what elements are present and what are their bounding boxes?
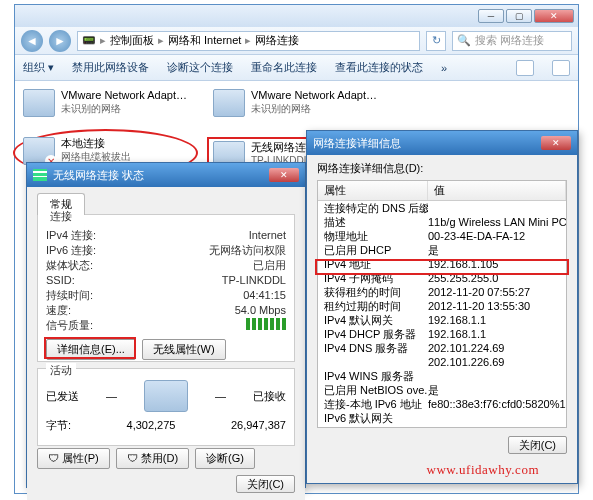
forward-button[interactable]: ►: [49, 30, 71, 52]
refresh-button[interactable]: ↻: [426, 31, 446, 51]
bc-part[interactable]: 网络和 Internet: [168, 33, 241, 48]
close-button[interactable]: 关闭(C): [508, 436, 567, 454]
activity-icon: [144, 380, 188, 412]
adapter-vmnet1[interactable]: VMware Network Adapter VMnet1 未识别的网络: [23, 89, 193, 117]
list-row[interactable]: IPv6 默认网关: [318, 411, 566, 425]
dialog-title: 无线网络连接 状态: [53, 168, 144, 183]
list-row[interactable]: 获得租约的时间2012-11-20 07:55:27: [318, 285, 566, 299]
dash: —: [106, 390, 117, 402]
breadcrumb[interactable]: 📟 ▸ 控制面板 ▸ 网络和 Internet ▸ 网络连接: [77, 31, 420, 51]
dialog-close-button[interactable]: ✕: [541, 136, 571, 150]
minimize-button[interactable]: ─: [478, 9, 504, 23]
col-property[interactable]: 属性: [318, 181, 428, 200]
close-button[interactable]: ✕: [534, 9, 574, 23]
dash: —: [215, 390, 226, 402]
adapter-icon: [23, 89, 55, 117]
adapter-sub: 未识别的网络: [61, 102, 191, 115]
recv-label: 已接收: [253, 389, 286, 404]
list-row[interactable]: 连接-本地 IPv6 地址fe80::38e3:f76:cfd0:5820%13: [318, 397, 566, 411]
adapter-icon: [23, 137, 55, 165]
list-row[interactable]: IPv4 DNS 服务器202.101.224.69: [318, 341, 566, 355]
diagnose-button[interactable]: 诊断(G): [195, 448, 255, 469]
detail-dialog: 网络连接详细信息 ✕ 网络连接详细信息(D): 属性 值 连接特定的 DNS 后…: [306, 130, 578, 484]
adapter-title: 本地连接: [61, 137, 191, 150]
list-row[interactable]: 202.101.226.69: [318, 355, 566, 369]
list-row[interactable]: IPv4 子网掩码255.255.255.0: [318, 271, 566, 285]
close-button[interactable]: 关闭(C): [236, 475, 295, 493]
sent-label: 已发送: [46, 389, 79, 404]
adapter-sub: 未识别的网络: [251, 102, 381, 115]
bc-part[interactable]: 控制面板: [110, 33, 154, 48]
dialog-titlebar[interactable]: 无线网络连接 状态 ✕: [27, 163, 305, 187]
conn-group-label: 连接: [46, 209, 76, 224]
detail-header: 网络连接详细信息(D):: [317, 161, 567, 176]
properties-button[interactable]: 🛡 属性(P): [37, 448, 110, 469]
bytes-label: 字节:: [46, 418, 71, 433]
toolbar: 组织 ▾ 禁用此网络设备 诊断这个连接 重命名此连接 查看此连接的状态 »: [15, 55, 578, 81]
tb-more[interactable]: »: [441, 62, 447, 74]
adapter-vmnet8[interactable]: VMware Network Adapter VMnet8 未识别的网络: [213, 89, 383, 117]
list-row[interactable]: 描述11b/g Wireless LAN Mini PCI Ex: [318, 215, 566, 229]
dialog-title: 网络连接详细信息: [313, 136, 401, 151]
dialog-close-button[interactable]: ✕: [269, 168, 299, 182]
detail-listview[interactable]: 属性 值 连接特定的 DNS 后缀描述11b/g Wireless LAN Mi…: [317, 180, 567, 428]
wifi-bars-icon: [33, 169, 47, 181]
back-button[interactable]: ◄: [21, 30, 43, 52]
dialog-titlebar[interactable]: 网络连接详细信息 ✕: [307, 131, 577, 155]
activity-group-label: 活动: [46, 363, 76, 378]
tb-rename[interactable]: 重命名此连接: [251, 60, 317, 75]
watermark: www.ufidawhy.com: [427, 462, 539, 478]
tb-organize[interactable]: 组织 ▾: [23, 60, 54, 75]
list-row[interactable]: 连接特定的 DNS 后缀: [318, 201, 566, 215]
search-icon: 🔍: [457, 34, 471, 47]
conn-rows: IPv4 连接:Internet IPv6 连接:无网络访问权限 媒体状态:已启…: [46, 228, 286, 333]
list-row[interactable]: 已启用 NetBIOS ove...是: [318, 383, 566, 397]
status-dialog: 无线网络连接 状态 ✕ 常规 连接 IPv4 连接:Internet IPv6 …: [26, 162, 306, 488]
signal-bars-icon: [246, 318, 286, 330]
list-row[interactable]: IPv4 DHCP 服务器192.168.1.1: [318, 327, 566, 341]
list-row[interactable]: 租约过期的时间2012-11-20 13:55:30: [318, 299, 566, 313]
list-row[interactable]: 物理地址00-23-4E-DA-FA-12: [318, 229, 566, 243]
disable-button[interactable]: 🛡 禁用(D): [116, 448, 189, 469]
wireless-props-button[interactable]: 无线属性(W): [142, 339, 226, 360]
adapter-title: VMware Network Adapter VMnet8: [251, 89, 381, 102]
search-input[interactable]: 🔍 搜索 网络连接: [452, 31, 572, 51]
tb-status[interactable]: 查看此连接的状态: [335, 60, 423, 75]
view-icon[interactable]: [516, 60, 534, 76]
window-titlebar: ─ ▢ ✕: [15, 5, 578, 27]
bytes-recv: 26,947,387: [231, 418, 286, 433]
tb-disable[interactable]: 禁用此网络设备: [72, 60, 149, 75]
help-icon[interactable]: [552, 60, 570, 76]
nav-bar: ◄ ► 📟 ▸ 控制面板 ▸ 网络和 Internet ▸ 网络连接 ↻ 🔍 搜…: [15, 27, 578, 55]
list-row[interactable]: IPv4 WINS 服务器: [318, 369, 566, 383]
col-value[interactable]: 值: [428, 181, 566, 200]
list-row[interactable]: IPv4 地址192.168.1.105: [318, 257, 566, 271]
tb-diagnose[interactable]: 诊断这个连接: [167, 60, 233, 75]
bc-part[interactable]: 网络连接: [255, 33, 299, 48]
search-placeholder: 搜索 网络连接: [475, 33, 544, 48]
bytes-sent: 4,302,275: [127, 418, 176, 433]
list-row[interactable]: 已启用 DHCP是: [318, 243, 566, 257]
maximize-button[interactable]: ▢: [506, 9, 532, 23]
adapter-icon: [213, 89, 245, 117]
folder-icon: 📟: [82, 34, 96, 47]
list-row[interactable]: IPv4 默认网关192.168.1.1: [318, 313, 566, 327]
adapter-title: VMware Network Adapter VMnet1: [61, 89, 191, 102]
details-button[interactable]: 详细信息(E)...: [46, 339, 136, 360]
